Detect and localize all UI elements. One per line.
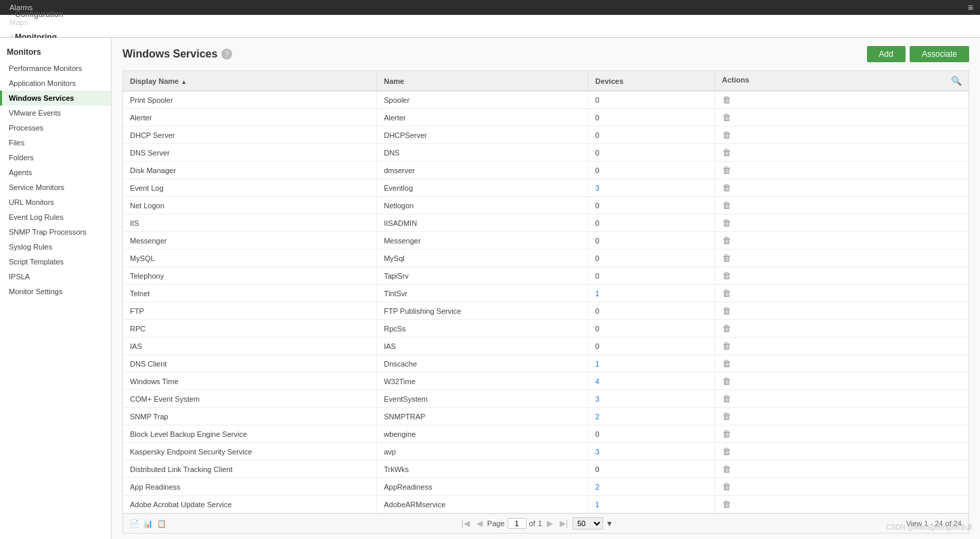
delete-icon[interactable]: 🗑	[722, 288, 731, 298]
cell-devices: 0	[588, 109, 715, 126]
sidebar-item-ipsla[interactable]: IPSLA	[0, 269, 111, 284]
delete-icon[interactable]: 🗑	[722, 183, 731, 193]
table-row: Adobe Acrobat Update ServiceAdobeARMserv…	[123, 496, 968, 513]
csv-icon[interactable]: 📋	[157, 519, 166, 528]
delete-icon[interactable]: 🗑	[722, 130, 731, 140]
pdf-icon[interactable]: 📄	[130, 519, 139, 528]
delete-icon[interactable]: 🗑	[722, 235, 731, 245]
windows-services-table-container: Display Name ▲ Name Devices Actions 🔍 Pr…	[122, 70, 969, 534]
cell-display-name: COM+ Event System	[123, 390, 377, 408]
add-button[interactable]: Add	[867, 46, 906, 62]
cell-name: EventSystem	[377, 390, 588, 408]
cell-name: Spooler	[377, 91, 588, 109]
windows-services-table: Display Name ▲ Name Devices Actions 🔍 Pr…	[123, 71, 968, 513]
delete-icon[interactable]: 🗑	[722, 253, 731, 263]
cell-devices[interactable]: 4	[588, 373, 715, 390]
associate-button[interactable]: Associate	[910, 46, 969, 62]
delete-icon[interactable]: 🗑	[722, 323, 731, 333]
table-row: IASIAS0🗑	[123, 337, 968, 355]
delete-icon[interactable]: 🗑	[722, 446, 731, 456]
sidebar-item-processes[interactable]: Processes	[0, 120, 111, 135]
sidebar-item-url-monitors[interactable]: URL Monitors	[0, 195, 111, 210]
col-header-actions: Actions 🔍	[715, 71, 968, 91]
cell-actions: 🗑	[715, 337, 968, 355]
delete-icon[interactable]: 🗑	[722, 394, 731, 404]
delete-icon[interactable]: 🗑	[722, 358, 731, 369]
cell-actions: 🗑	[715, 461, 968, 478]
xls-icon[interactable]: 📊	[143, 519, 153, 528]
cell-display-name: FTP	[123, 302, 377, 320]
help-icon[interactable]: ?	[221, 49, 232, 60]
cell-devices[interactable]: 1	[588, 496, 715, 513]
cell-display-name: Event Log	[123, 179, 377, 197]
delete-icon[interactable]: 🗑	[722, 200, 731, 210]
sidebar-item-performance-monitors[interactable]: Performance Monitors	[0, 61, 111, 76]
cell-devices[interactable]: 2	[588, 478, 715, 496]
cell-devices[interactable]: 3	[588, 390, 715, 408]
per-page-select[interactable]: 50 25 100	[573, 517, 603, 530]
cell-name: Eventlog	[377, 179, 588, 197]
menu-icon[interactable]: ≡	[964, 2, 977, 13]
cell-devices: 0	[588, 126, 715, 144]
delete-icon[interactable]: 🗑	[722, 165, 731, 175]
cell-devices[interactable]: 3	[588, 179, 715, 197]
col-header-display-name[interactable]: Display Name ▲	[123, 71, 377, 91]
cell-name: AdobeARMservice	[377, 496, 588, 513]
table-search-icon[interactable]: 🔍	[951, 76, 962, 86]
sidebar-item-vmware-events[interactable]: VMware Events	[0, 106, 111, 120]
cell-devices[interactable]: 2	[588, 408, 715, 425]
table-row: App ReadinessAppReadiness2🗑	[123, 478, 968, 496]
delete-icon[interactable]: 🗑	[722, 464, 731, 474]
delete-icon[interactable]: 🗑	[722, 271, 731, 281]
last-page-button[interactable]: ▶|	[558, 518, 570, 529]
page-number-input[interactable]	[508, 518, 527, 529]
pagination-center: |◀ ◀ Page of 1 ▶ ▶| 50 25 100 ▼	[460, 517, 613, 530]
sidebar-item-monitor-settings[interactable]: Monitor Settings	[0, 284, 111, 299]
delete-icon[interactable]: 🗑	[722, 482, 731, 492]
delete-icon[interactable]: 🗑	[722, 147, 731, 158]
delete-icon[interactable]: 🗑	[722, 112, 731, 122]
delete-icon[interactable]: 🗑	[722, 306, 731, 316]
sidebar-item-syslog-rules[interactable]: Syslog Rules	[0, 239, 111, 254]
sidebar-item-folders[interactable]: Folders	[0, 150, 111, 165]
cell-name: SNMPTRAP	[377, 408, 588, 425]
sidebar-items: Performance MonitorsApplication Monitors…	[0, 61, 111, 299]
sidebar-item-windows-services[interactable]: Windows Services	[0, 91, 111, 106]
delete-icon[interactable]: 🗑	[722, 376, 731, 386]
first-page-button[interactable]: |◀	[460, 518, 472, 529]
cell-devices: 0	[588, 461, 715, 478]
page-title-area: Windows Services ?	[122, 48, 232, 60]
table-row: Kaspersky Endpoint Security Serviceavp3🗑	[123, 443, 968, 461]
cell-actions: 🗑	[715, 285, 968, 302]
cell-display-name: Net Logon	[123, 197, 377, 214]
delete-icon[interactable]: 🗑	[722, 499, 731, 509]
sidebar-item-service-monitors[interactable]: Service Monitors	[0, 180, 111, 195]
prev-page-button[interactable]: ◀	[474, 518, 485, 529]
sidebar-item-event-log-rules[interactable]: Event Log Rules	[0, 210, 111, 225]
delete-icon[interactable]: 🗑	[722, 411, 731, 421]
next-page-button[interactable]: ▶	[545, 518, 555, 529]
delete-icon[interactable]: 🗑	[722, 429, 731, 439]
cell-display-name: Kaspersky Endpoint Security Service	[123, 443, 377, 461]
sidebar-item-script-templates[interactable]: Script Templates	[0, 254, 111, 269]
cell-actions: 🗑	[715, 443, 968, 461]
cell-devices[interactable]: 1	[588, 355, 715, 373]
cell-devices: 0	[588, 214, 715, 232]
sidebar-item-files[interactable]: Files	[0, 135, 111, 150]
cell-display-name: Telnet	[123, 285, 377, 302]
table-row: TelephonyTapiSrv0🗑	[123, 267, 968, 285]
delete-icon[interactable]: 🗑	[722, 95, 731, 105]
delete-icon[interactable]: 🗑	[722, 218, 731, 228]
second-nav-item-configuration[interactable]: Configuration	[5, 3, 85, 26]
cell-devices[interactable]: 3	[588, 443, 715, 461]
sidebar-item-agents[interactable]: Agents	[0, 165, 111, 180]
cell-devices[interactable]: 1	[588, 285, 715, 302]
top-navigation: DashboardInventoryNetworkServersVirtuali…	[0, 0, 980, 15]
sidebar-item-snmp-trap-processors[interactable]: SNMP Trap Processors	[0, 225, 111, 239]
cell-devices: 0	[588, 320, 715, 337]
col-header-devices: Devices	[588, 71, 715, 91]
cell-display-name: App Readiness	[123, 478, 377, 496]
delete-icon[interactable]: 🗑	[722, 341, 731, 351]
sidebar-item-application-monitors[interactable]: Application Monitors	[0, 76, 111, 91]
table-row: Distributed Link Tracking ClientTrkWks0🗑	[123, 461, 968, 478]
